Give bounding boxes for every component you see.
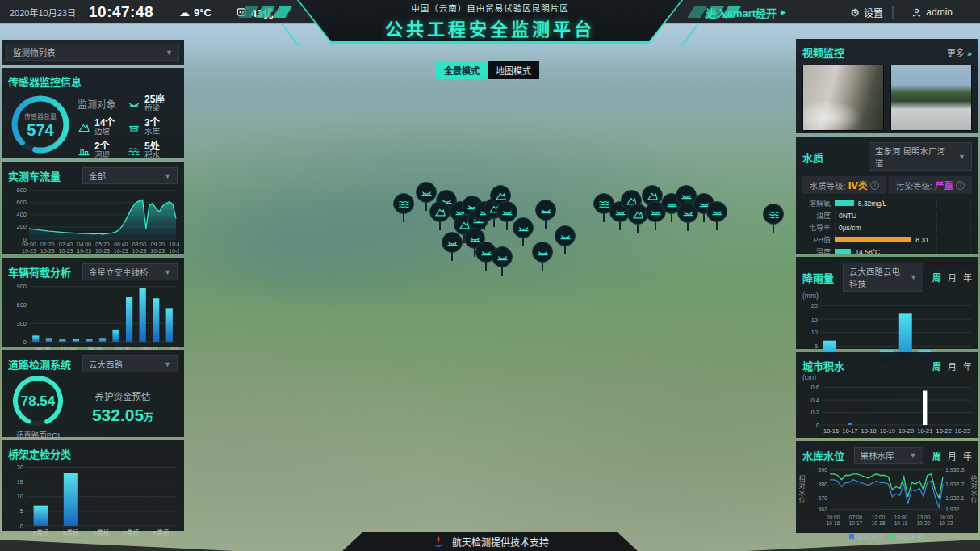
map-mode-button[interactable]: 地图模式 bbox=[488, 61, 539, 79]
help-icon[interactable]: ? bbox=[956, 181, 965, 190]
stat-积水: 5处积水 bbox=[128, 139, 178, 162]
panel-title: 城市积水 bbox=[802, 358, 844, 373]
rain-tab-周[interactable]: 周 bbox=[932, 271, 941, 284]
water-grade-value: Ⅳ类 bbox=[848, 179, 867, 191]
svg-text:10-23: 10-23 bbox=[169, 248, 179, 254]
panel-title: 实测车流量 bbox=[8, 168, 61, 183]
vehicle-load-chart: 030060090000:0002:0004:0006:0008:0010:00 bbox=[8, 280, 178, 356]
maintenance-estimate-value: 532.05万 bbox=[68, 406, 178, 425]
rain-tab-年[interactable]: 年 bbox=[963, 271, 972, 284]
panel-title: 视频监控 bbox=[802, 44, 844, 60]
water-icon bbox=[398, 198, 410, 210]
reservoir-tab-月[interactable]: 月 bbox=[948, 449, 957, 462]
svg-text:10-20: 10-20 bbox=[917, 520, 931, 526]
admin-menu[interactable]: admin bbox=[911, 0, 953, 24]
camera-feed-1[interactable] bbox=[802, 65, 884, 131]
bridge-icon bbox=[540, 204, 552, 217]
reservoir-period-tabs: 周月年 bbox=[932, 449, 972, 462]
water-icon bbox=[768, 208, 780, 221]
svg-text:10: 10 bbox=[811, 329, 818, 336]
panel-title: 降雨量 bbox=[802, 270, 834, 285]
dashboard: 2020年10月23日 10:47:48 ☁ 9°C 43优 进入smart经开… bbox=[0, 0, 980, 551]
sensor-total-gauge: 传感器总量 574 bbox=[8, 92, 73, 157]
svg-text:10-23: 10-23 bbox=[95, 248, 110, 254]
panorama-mode-button[interactable]: 全景模式 bbox=[436, 61, 488, 79]
smart-link[interactable]: 进入smart经开▶ bbox=[706, 0, 786, 24]
water-quality-panel: 水质 宝象河 昆明水厂河道▼ 水质等级: Ⅳ类 ? 污染等级: 严重 ? 溶解氧… bbox=[796, 137, 978, 254]
chevron-down-icon: ▼ bbox=[958, 153, 965, 161]
svg-text:0: 0 bbox=[816, 422, 819, 429]
svg-text:20: 20 bbox=[811, 302, 818, 309]
svg-text:10-23: 10-23 bbox=[77, 248, 91, 254]
stat-边坡: 14个边坡 bbox=[77, 116, 128, 139]
video-more-link[interactable]: 更多 » bbox=[947, 46, 972, 59]
svg-text:400: 400 bbox=[16, 211, 27, 218]
svg-text:C类桥: C类桥 bbox=[93, 528, 110, 536]
bridge-icon bbox=[537, 246, 549, 259]
header-date: 2020年10月23日 bbox=[10, 0, 76, 24]
footer-credit: 航天检测提供技术支持 bbox=[342, 532, 638, 551]
svg-text:23:00: 23:00 bbox=[917, 515, 931, 520]
reservoir-legend: 相对水位绝对水位 bbox=[802, 531, 972, 541]
svg-text:05:20: 05:20 bbox=[95, 242, 110, 247]
svg-text:10: 10 bbox=[17, 493, 23, 500]
stat-桥梁: 25座桥梁 bbox=[128, 92, 178, 116]
svg-text:10-23: 10-23 bbox=[114, 248, 128, 254]
svg-text:10-19: 10-19 bbox=[894, 520, 908, 526]
citywater-tab-周[interactable]: 周 bbox=[932, 360, 941, 372]
monitor-list-dropdown[interactable]: 监测物列表▼ bbox=[6, 44, 179, 61]
right-axis-label: 绝对水位 bbox=[969, 475, 978, 504]
camera-feed-2[interactable] bbox=[890, 65, 972, 131]
chevron-down-icon: ▼ bbox=[164, 172, 171, 180]
water-quality-dropdown[interactable]: 宝象河 昆明水厂河道▼ bbox=[869, 142, 972, 171]
road-dropdown[interactable]: 云大西路▼ bbox=[82, 355, 178, 372]
svg-text:600: 600 bbox=[16, 199, 27, 206]
svg-text:A类桥: A类桥 bbox=[33, 528, 50, 536]
settings-button[interactable]: ⚙ 设置 bbox=[850, 0, 883, 24]
svg-text:20: 20 bbox=[17, 464, 23, 471]
reservoir-tab-周[interactable]: 周 bbox=[932, 449, 941, 462]
stat-水库: 3个水库 bbox=[128, 116, 178, 139]
load-bridge-dropdown[interactable]: 金星立交主线桥▼ bbox=[82, 263, 178, 280]
platform-title: 公共工程安全监测平台 bbox=[385, 15, 595, 40]
svg-text:5: 5 bbox=[20, 507, 23, 515]
reservoir-tab-年[interactable]: 年 bbox=[963, 449, 972, 462]
panel-title: 车辆荷载分析 bbox=[8, 264, 71, 280]
citywater-tab-月[interactable]: 月 bbox=[948, 360, 957, 372]
wq-metric-PH值: PH值8.31 bbox=[802, 234, 972, 245]
city-water-period-tabs: 周月年 bbox=[932, 360, 972, 372]
svg-text:10-22: 10-22 bbox=[940, 520, 953, 526]
view-mode-toggle: 全景模式 地图模式 bbox=[436, 61, 539, 79]
svg-text:08:00: 08:00 bbox=[132, 242, 147, 247]
reservoir-level-panel: 水库水位 果林水库▼ 周月年 相对水位 绝对水位 3901,932.33801,… bbox=[796, 441, 978, 533]
rainfall-period-tabs: 周月年 bbox=[932, 271, 972, 284]
svg-text:0: 0 bbox=[20, 523, 23, 530]
svg-text:10:40: 10:40 bbox=[169, 242, 179, 247]
chevron-down-icon: ▼ bbox=[910, 452, 917, 460]
bridge-icon bbox=[517, 222, 530, 234]
rain-tab-月[interactable]: 月 bbox=[948, 271, 957, 284]
svg-text:10-17: 10-17 bbox=[842, 427, 857, 435]
wq-metric-溶解氧: 溶解氧8.32mg/L bbox=[802, 198, 972, 208]
bridge-icon bbox=[480, 246, 492, 259]
svg-text:00:00: 00:00 bbox=[827, 515, 840, 520]
svg-text:5: 5 bbox=[815, 343, 818, 350]
rainfall-dropdown[interactable]: 云大西路云电科技▼ bbox=[843, 263, 923, 292]
slope-icon bbox=[495, 190, 507, 202]
reservoir-dropdown[interactable]: 果林水库▼ bbox=[854, 447, 923, 464]
pqi-label: 沥青路面PQI bbox=[8, 429, 68, 440]
bridge-class-chart: 05101520A类桥B类桥C类桥D类桥E类桥 bbox=[8, 461, 178, 540]
rainfall-panel: 降雨量 云大西路云电科技▼ 周月年 (mm) 1510152010-1610-1… bbox=[796, 257, 978, 349]
slope-icon bbox=[77, 121, 90, 134]
citywater-tab-年[interactable]: 年 bbox=[963, 360, 972, 372]
svg-text:01:20: 01:20 bbox=[40, 242, 55, 247]
bridge-icon bbox=[496, 251, 509, 263]
chevron-down-icon: ▼ bbox=[164, 360, 171, 368]
temperature-value: 9°C bbox=[194, 6, 211, 19]
svg-text:E类桥: E类桥 bbox=[153, 528, 170, 536]
traffic-filter-dropdown[interactable]: 全部▼ bbox=[82, 167, 178, 184]
svg-text:600: 600 bbox=[16, 301, 27, 309]
svg-text:0.2: 0.2 bbox=[811, 409, 819, 416]
sensor-info-panel: 传感器监控信息 传感器总量 574 监测对象 25座桥梁14个边坡3个水库2个河… bbox=[2, 68, 184, 158]
help-icon[interactable]: ? bbox=[870, 181, 879, 190]
